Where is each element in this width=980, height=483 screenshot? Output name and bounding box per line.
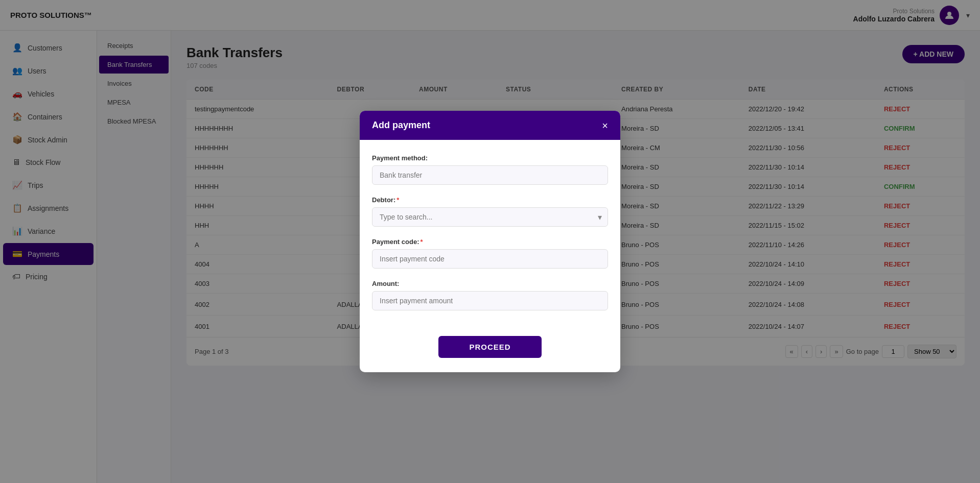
payment-method-label: Payment method: xyxy=(372,154,608,162)
debtor-group: Debtor:* xyxy=(372,196,608,227)
modal-header: Add payment × xyxy=(360,111,620,140)
debtor-search-input[interactable] xyxy=(372,207,608,227)
modal-footer: PROCEED xyxy=(360,336,620,372)
modal-close-button[interactable]: × xyxy=(602,120,608,131)
payment-code-input[interactable] xyxy=(372,249,608,269)
modal-overlay[interactable]: Add payment × Payment method: Debtor:* xyxy=(0,0,980,483)
amount-label: Amount: xyxy=(372,280,608,287)
amount-input[interactable] xyxy=(372,291,608,310)
proceed-button[interactable]: PROCEED xyxy=(438,336,541,358)
debtor-select-wrap xyxy=(372,207,608,227)
amount-group: Amount: xyxy=(372,280,608,310)
payment-code-label: Payment code:* xyxy=(372,238,608,246)
modal-body: Payment method: Debtor:* Payment code:* xyxy=(360,140,620,336)
payment-method-group: Payment method: xyxy=(372,154,608,185)
modal-title: Add payment xyxy=(372,120,430,131)
payment-method-input[interactable] xyxy=(372,165,608,185)
payment-code-group: Payment code:* xyxy=(372,238,608,269)
debtor-label: Debtor:* xyxy=(372,196,608,204)
add-payment-modal: Add payment × Payment method: Debtor:* xyxy=(360,111,620,372)
